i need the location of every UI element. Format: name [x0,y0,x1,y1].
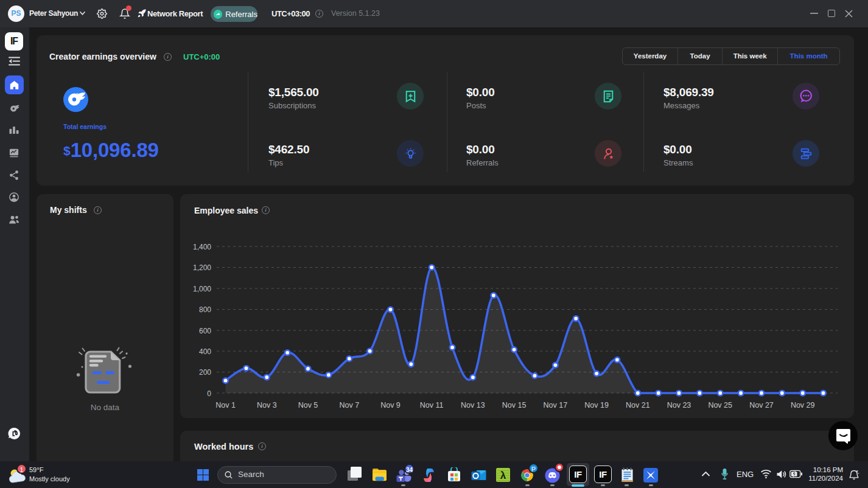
svg-text:Nov 25: Nov 25 [708,401,732,410]
svg-text:λ: λ [500,470,506,481]
svg-text:800: 800 [199,305,211,314]
svg-text:Nov 13: Nov 13 [461,401,485,410]
svg-text:1,000: 1,000 [193,285,211,293]
svg-text:200: 200 [199,368,211,377]
svg-text:Nov 7: Nov 7 [339,401,359,410]
svg-text:Nov 11: Nov 11 [420,401,444,410]
svg-text:Nov 9: Nov 9 [380,401,401,410]
svg-text:Nov 19: Nov 19 [584,401,609,410]
svg-text:Nov 17: Nov 17 [544,401,568,410]
svg-text:Nov 15: Nov 15 [502,401,527,410]
svg-text:0: 0 [207,389,211,398]
svg-text:1,400: 1,400 [193,243,211,251]
svg-text:1,200: 1,200 [193,263,211,272]
svg-text:Nov 27: Nov 27 [749,401,774,410]
svg-text:Nov 5: Nov 5 [298,401,318,410]
svg-text:z: z [858,472,859,475]
svg-text:600: 600 [199,327,211,335]
svg-text:Nov 29: Nov 29 [791,401,815,410]
svg-text:Nov 21: Nov 21 [626,401,650,410]
svg-text:Nov 3: Nov 3 [257,401,277,410]
svg-text:Nov 23: Nov 23 [667,401,691,410]
svg-text:400: 400 [199,347,211,356]
svg-text:Nov 1: Nov 1 [215,401,236,410]
